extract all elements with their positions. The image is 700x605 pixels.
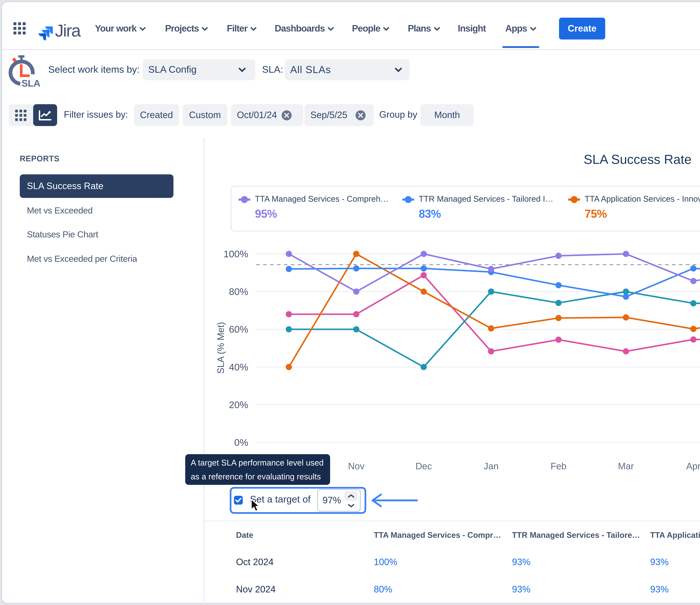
svg-text:20%: 20% [229, 400, 248, 410]
svg-text:0%: 0% [234, 437, 248, 448]
svg-text:100%: 100% [224, 248, 248, 259]
svg-text:40%: 40% [229, 362, 248, 372]
svg-text:Nov: Nov [348, 461, 365, 471]
svg-text:Jan: Jan [484, 461, 499, 471]
svg-text:Feb: Feb [551, 461, 567, 471]
svg-text:60%: 60% [229, 324, 248, 335]
svg-text:Dec: Dec [416, 461, 432, 471]
svg-text:Apr: Apr [686, 461, 700, 471]
svg-text:80%: 80% [229, 286, 248, 297]
svg-text:Mar: Mar [618, 461, 634, 471]
